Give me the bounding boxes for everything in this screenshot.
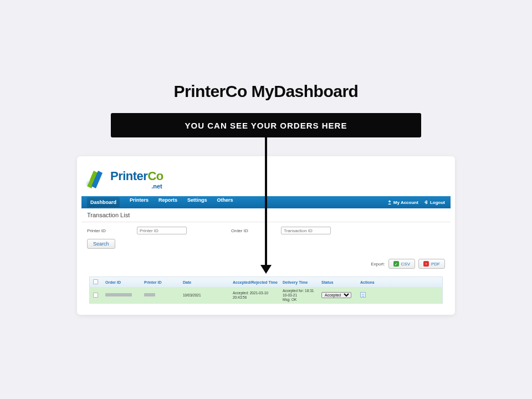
cell-date: 10/03/2021 (181, 293, 231, 297)
th-delivery[interactable]: Delivery Time (280, 280, 319, 284)
page-title: PrinterCo MyDashboard (0, 82, 532, 101)
th-accepted[interactable]: Accepted/Rejected Time (231, 280, 280, 284)
logo-mark-icon (84, 167, 107, 190)
pdf-icon: ▪ (423, 261, 429, 267)
th-actions: Actions (358, 280, 386, 284)
printer-id-label: Printer ID (87, 228, 131, 233)
th-printer-id[interactable]: Printer ID (142, 280, 181, 284)
order-id-label: Order ID (231, 228, 275, 233)
nav-reports[interactable]: Reports (158, 197, 177, 207)
select-all-checkbox[interactable] (93, 279, 98, 284)
nav-printers[interactable]: Printers (130, 197, 149, 207)
cell-accepted: Accepted: 2021-03-10 20:43:56 (231, 291, 280, 300)
status-select[interactable]: Accepted (321, 292, 351, 298)
export-csv-button[interactable]: ✓ CSV (388, 259, 415, 269)
printer-id-input[interactable] (137, 227, 187, 234)
csv-icon: ✓ (393, 261, 399, 267)
nav-settings[interactable]: Settings (187, 197, 207, 207)
arrow-line (265, 137, 267, 266)
order-id-input[interactable] (281, 227, 331, 234)
table-row: 10/03/2021 Accepted: 2021-03-10 20:43:56… (90, 287, 442, 303)
th-date[interactable]: Date (181, 280, 231, 284)
view-action-icon[interactable] (360, 292, 366, 298)
callout-banner: YOU CAN SEE YOUR ORDERS HERE (111, 113, 421, 137)
export-label: Export: (371, 262, 385, 267)
cell-delivery: Accepted for: 18:31 10-03-21 Msg: OK (280, 289, 319, 301)
row-checkbox[interactable] (93, 293, 98, 298)
transactions-table: Order ID Printer ID Date Accepted/Reject… (89, 277, 443, 304)
printer-id-redacted (144, 293, 155, 296)
th-status[interactable]: Status (319, 280, 358, 284)
table-header: Order ID Printer ID Date Accepted/Reject… (90, 277, 442, 287)
logo-name: PrinterCo (110, 170, 163, 182)
order-id-redacted (105, 293, 132, 296)
logo-suffix: .net (110, 183, 163, 190)
th-order-id[interactable]: Order ID (103, 280, 142, 284)
nav-logout[interactable]: Logout (424, 200, 445, 205)
search-button[interactable]: Search (87, 239, 115, 249)
user-icon (387, 200, 392, 204)
nav-my-account[interactable]: My Account (387, 200, 418, 205)
nav-dashboard[interactable]: Dashboard (87, 197, 120, 207)
export-pdf-button[interactable]: ▪ PDF (418, 259, 445, 269)
logout-icon (424, 200, 428, 204)
nav-others[interactable]: Others (217, 197, 233, 207)
arrow-head-icon (260, 265, 272, 274)
svg-point-0 (388, 201, 391, 203)
